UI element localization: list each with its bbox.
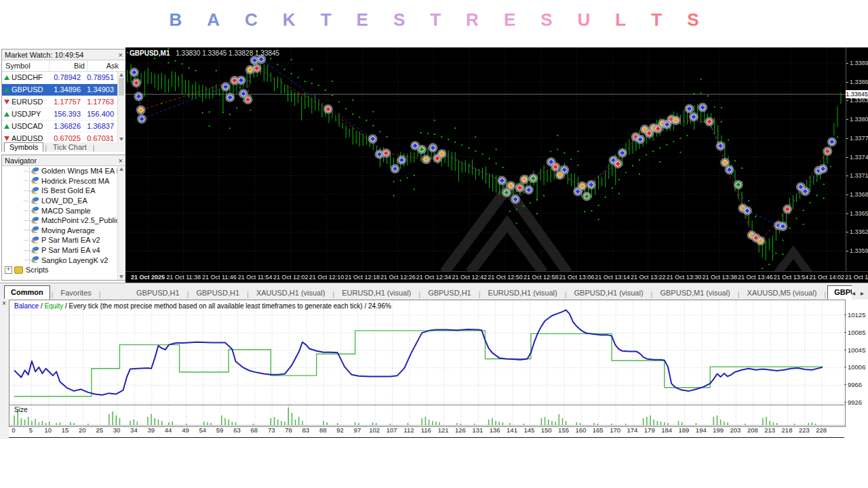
scroll-up-icon[interactable] [119,73,123,77]
scroll-down-icon[interactable] [119,138,123,141]
expert-advisor-icon [31,226,39,235]
tester-y-label: 9966 [848,381,862,388]
chart-tab[interactable]: GBPUSD,H1 [130,287,186,300]
scroll-up-icon[interactable] [119,167,123,171]
tab-scroll-left-icon[interactable]: ◂ [852,289,855,297]
tab-common[interactable]: Common [4,285,50,300]
tester-x-label: 136 [486,426,504,434]
tester-x-label: 30 [108,426,125,434]
close-icon[interactable]: × [2,300,6,307]
up-arrow-icon [2,121,12,132]
navigator-item[interactable]: Golden Wings Mt4 EA By [2,166,125,176]
market-watch-scrollbar[interactable] [117,72,125,142]
size-bar [766,417,767,425]
chart-tab[interactable]: GBPUSD,H1 [190,287,245,300]
size-bar [646,417,648,425]
tester-x-label: 131 [469,426,486,434]
navigator-scrollbar[interactable] [117,166,125,280]
chart-tab[interactable]: GBPUSD,M1 (visual) [827,285,852,300]
tester-x-label: 49 [176,426,194,434]
navigator-item[interactable]: IS Best Gold EA [2,186,125,196]
navigator-item[interactable]: Hodrick Prescott MA [2,176,125,186]
price-chart[interactable] [125,47,846,271]
navigator-item[interactable]: LOW_DD_EA [2,196,125,206]
chart-tab[interactable]: GBPUSD,H1 [422,287,477,300]
size-bar [492,418,493,425]
tab-tick-chart[interactable]: Tick Chart [48,143,92,152]
column-ask[interactable]: Ask [87,60,121,71]
size-bar [439,422,440,425]
time-axis[interactable]: 21 Oct 202521 Oct 11:3821 Oct 11:4621 Oc… [125,271,868,283]
tab-separator: | [45,144,47,152]
tester-x-label: 218 [778,426,796,434]
axis-tick [846,195,848,195]
size-bar [358,423,359,425]
close-icon[interactable]: × [119,52,123,58]
navigator-item[interactable]: Moving Average [2,226,125,236]
size-bar [39,422,40,425]
bottom-tab-strip: Common|Favorites| GBPUSD,H1|GBPUSD,H1|XA… [0,283,868,300]
navigator-item[interactable]: Sangko LayengK v2 [2,255,125,265]
chart-tab[interactable]: XAUUSD,H1 (visual) [250,287,331,300]
tab-separator: | [52,290,54,300]
size-bar [815,424,816,425]
size-bar [288,407,289,425]
market-watch-row[interactable]: USDCAD1.368261.36837 [2,121,125,133]
navigator-item-label: MACD Sample [41,207,91,215]
size-bar [682,422,683,425]
price-axis[interactable]: 1.338951.338651.338351.338051.337751.337… [846,47,868,271]
size-bar [56,423,57,425]
size-chart[interactable] [9,405,846,427]
size-bar [60,422,61,425]
column-bid[interactable]: Bid [50,60,87,71]
size-bar [551,421,553,425]
navigator-item[interactable]: MACD Sample [2,205,125,216]
size-bar [580,423,581,425]
scroll-thumb[interactable] [119,78,124,96]
tab-symbols[interactable]: Symbols [4,142,43,152]
market-watch-row[interactable]: USDCHF0.789420.78951 [2,72,125,84]
column-symbol[interactable]: Symbol [2,60,50,71]
balance-chart[interactable] [9,300,846,406]
chart-tab[interactable]: XAUUSD,M5 (visual) [741,287,823,300]
tab-separator: | [651,290,653,300]
tab-separator: | [247,290,249,300]
navigator-item[interactable]: P Sar Marti EA v2 [2,235,125,245]
expert-advisor-icon [31,167,39,176]
navigator-item-label: Sangko LayengK v2 [41,256,108,264]
tab-separator: | [479,290,481,300]
size-bar [660,422,662,425]
navigator-item[interactable]: P Sar Marti EA v4 [2,245,125,256]
navigator-item[interactable]: MatchPoint v2.5_Public [2,216,125,226]
tab-favorites[interactable]: Favorites [55,287,98,300]
market-watch-row[interactable]: AUDUSD0.670250.67031 [2,133,125,142]
size-bar [432,421,433,425]
size-bar [119,418,121,425]
market-watch-row[interactable]: USDJPY156.393156.400 [2,108,125,121]
chart-tab[interactable]: EURUSD,H1 (visual) [482,287,564,300]
expert-advisor-icon [31,236,39,245]
size-bar [717,415,718,425]
navigator-item-scripts[interactable]: +Scripts [5,265,125,275]
tab-scroll-right-icon[interactable]: ▸ [861,289,864,297]
tester-x-label: 44 [159,426,177,434]
chart-tab[interactable]: EURUSD,H1 (visual) [336,287,417,300]
chart-tab[interactable]: GBPUSD,H1 (visual) [568,287,650,300]
legend-balance: Balance [14,302,39,310]
close-icon[interactable]: × [119,157,123,164]
axis-tick [844,402,846,403]
price-axis-label: 1.33775 [850,135,868,142]
chart-tab[interactable]: GBPUSD,M1 (visual) [654,287,736,300]
expand-icon[interactable]: + [5,266,12,274]
size-bar [232,422,233,425]
up-arrow-icon [2,72,12,83]
size-bar [724,422,725,425]
expert-advisor-icon [31,186,39,195]
tab-scroll-arrows: ◂ ▸ [852,289,868,300]
tester-y-label: 10085 [848,329,865,336]
tester-x-label: 141 [503,426,521,434]
market-watch-row[interactable]: GBPUSD1.348961.34903 [2,84,125,96]
market-watch-row[interactable]: EURUSD1.177571.17763 [2,96,125,108]
size-bar [643,418,644,425]
size-bar [155,418,156,425]
